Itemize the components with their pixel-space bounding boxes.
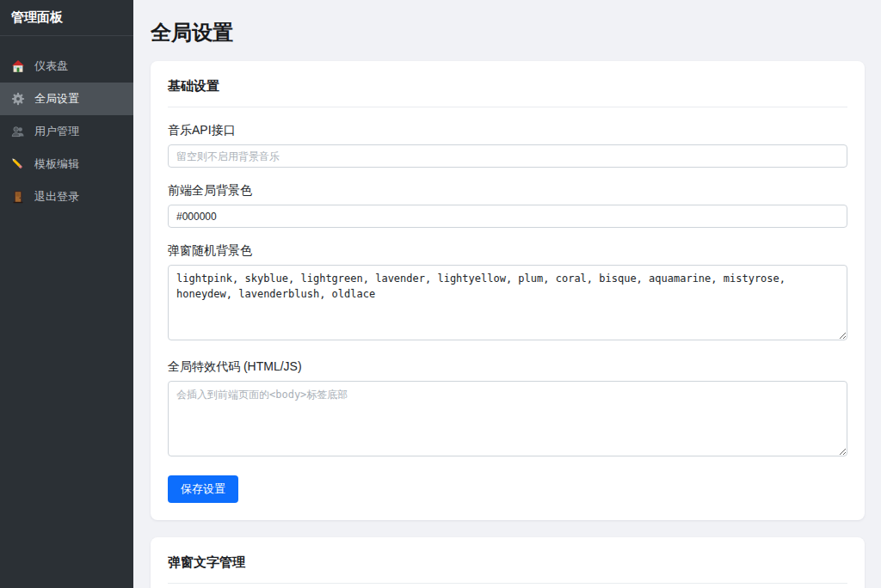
sidebar-item-user-management[interactable]: 用户管理: [0, 115, 133, 148]
music-api-label: 音乐API接口: [168, 123, 847, 138]
basic-settings-card-title: 基础设置: [168, 78, 847, 107]
basic-settings-card: 基础设置 音乐API接口 前端全局背景色 弹窗随机背景色 lightpink, …: [151, 61, 865, 520]
sidebar-item-label: 模板编辑: [34, 156, 79, 172]
sidebar-item-label: 用户管理: [34, 124, 79, 139]
main-content: 全局设置 基础设置 音乐API接口 前端全局背景色 弹窗随机背景色 lightp…: [133, 0, 881, 588]
bg-color-label: 前端全局背景色: [168, 183, 847, 199]
effect-code-label: 全局特效代码 (HTML/JS): [168, 359, 847, 375]
sidebar-title: 管理面板: [0, 0, 133, 36]
gear-icon: [11, 92, 25, 106]
popup-colors-group: 弹窗随机背景色 lightpink, skyblue, lightgreen, …: [168, 243, 847, 344]
sidebar: 管理面板 仪表盘: [0, 0, 133, 588]
popup-colors-label: 弹窗随机背景色: [168, 243, 847, 259]
music-api-input[interactable]: [168, 144, 847, 168]
music-api-group: 音乐API接口: [168, 123, 847, 168]
bg-color-input[interactable]: [168, 205, 847, 228]
door-icon: [11, 190, 25, 204]
save-settings-button[interactable]: 保存设置: [168, 475, 238, 503]
bg-color-group: 前端全局背景色: [168, 183, 847, 228]
popup-text-card: 弹窗文字管理 添加: [151, 537, 865, 588]
popup-colors-textarea[interactable]: lightpink, skyblue, lightgreen, lavender…: [168, 265, 847, 340]
save-button-row: 保存设置: [168, 475, 847, 503]
home-icon: [11, 59, 25, 73]
effect-code-textarea[interactable]: [168, 381, 847, 456]
sidebar-nav: 仪表盘 全局设置: [0, 36, 133, 213]
sidebar-item-template-edit[interactable]: 模板编辑: [0, 148, 133, 181]
sidebar-item-label: 仪表盘: [34, 58, 68, 74]
sidebar-item-label: 退出登录: [34, 189, 79, 205]
sidebar-item-label: 全局设置: [34, 91, 79, 107]
sidebar-item-logout[interactable]: 退出登录: [0, 181, 133, 213]
page-title: 全局设置: [151, 19, 865, 46]
pencil-icon: [11, 157, 25, 171]
popup-text-card-title: 弹窗文字管理: [168, 554, 847, 584]
sidebar-item-dashboard[interactable]: 仪表盘: [0, 50, 133, 83]
users-icon: [11, 125, 25, 138]
sidebar-item-global-settings[interactable]: 全局设置: [0, 83, 133, 115]
effect-code-group: 全局特效代码 (HTML/JS): [168, 359, 847, 460]
